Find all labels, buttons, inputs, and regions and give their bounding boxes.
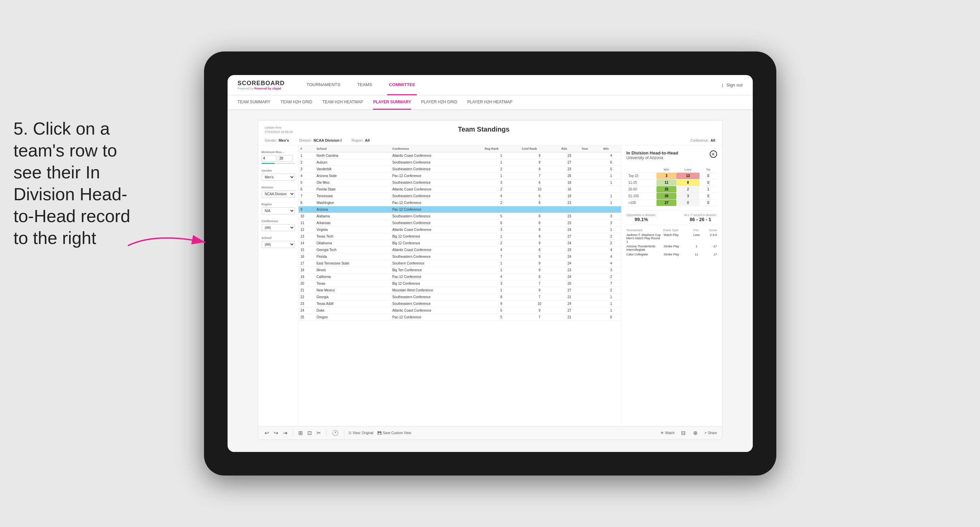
table-row[interactable]: 24 Duke Atlantic Coast Conference 5 9 27…: [299, 307, 621, 314]
min-rounds-input1[interactable]: [262, 155, 277, 162]
h2h-row: >100 27 0 0: [627, 200, 717, 206]
table-row[interactable]: 22 Georgia Southeastern Conference 8 7 2…: [299, 294, 621, 300]
tab-team-summary[interactable]: TEAM SUMMARY: [238, 95, 270, 110]
table-row[interactable]: 13 Texas Tech Big 12 Conference 1 9 27 2: [299, 233, 621, 240]
cell-conf-rank: 8: [520, 213, 560, 220]
table-row[interactable]: 14 Oklahoma Big 12 Conference 2 9 24 2: [299, 240, 621, 247]
nav-committee[interactable]: COMMITTEE: [387, 75, 417, 95]
division-select[interactable]: NCAA Division I: [262, 190, 295, 198]
table-row[interactable]: 12 Virginia Atlantic Coast Conference 3 …: [299, 227, 621, 233]
tab-team-h2h-grid[interactable]: TEAM H2H GRID: [280, 95, 312, 110]
cell-school: Arkansas: [315, 220, 390, 227]
panel-header: Update time: 27/03/2024 16:56:26 Team St…: [258, 121, 722, 136]
cell-rank: 17: [299, 260, 315, 267]
cell-win: [601, 206, 621, 213]
cell-reg-rank: 6: [482, 220, 519, 227]
table-row[interactable]: 23 Texas A&M Southeastern Conference 9 1…: [299, 300, 621, 307]
table-row[interactable]: 11 Arkansas Southeastern Conference 6 8 …: [299, 220, 621, 227]
tab-player-h2h-grid[interactable]: PLAYER H2H GRID: [421, 95, 457, 110]
min-rounds-input2[interactable]: [278, 155, 293, 162]
cell-rank: 3: [299, 166, 315, 173]
cell-conf-rank: [520, 206, 560, 213]
copy-button[interactable]: ⊞: [297, 429, 304, 437]
table-row[interactable]: 16 Florida Southeastern Conference 7 9 2…: [299, 253, 621, 260]
h2h-opponents: Opponents in division: 99.1%: [627, 213, 657, 222]
h2h-row: 26-50 25 2 1: [627, 186, 717, 193]
cell-rank: 9: [299, 206, 315, 213]
h2h-row-win: 11: [657, 179, 676, 186]
school-select[interactable]: (All): [262, 241, 295, 248]
cell-conf-rank: 9: [520, 307, 560, 314]
tab-player-summary[interactable]: PLAYER SUMMARY: [373, 95, 411, 110]
gender-select[interactable]: Men's: [262, 174, 295, 181]
save-custom-view-button[interactable]: 💾 Save Custom View: [377, 431, 411, 435]
print-button[interactable]: ⊟: [680, 429, 687, 437]
h2h-title: In Division Head-to-Head: [627, 151, 678, 156]
table-row[interactable]: 4 Arizona State Pac-12 Conference 1 7 26…: [299, 173, 621, 179]
table-row[interactable]: 25 Oregon Pac-12 Conference 5 7 21 0: [299, 314, 621, 321]
paste-button[interactable]: ⊡: [306, 429, 313, 437]
table-row[interactable]: 19 California Pac-12 Conference 4 8 24 2: [299, 274, 621, 280]
share-button[interactable]: ↗ Share: [704, 429, 717, 437]
cell-conference: Big 12 Conference: [390, 233, 482, 240]
tab-player-h2h-heatmap[interactable]: PLAYER H2H HEATMAP: [467, 95, 512, 110]
table-row[interactable]: 3 Vanderbilt Southeastern Conference 2 8…: [299, 166, 621, 173]
table-row[interactable]: 10 Alabama Southeastern Conference 5 8 2…: [299, 213, 621, 220]
h2h-row-win: 20: [657, 193, 676, 200]
nav-tournaments[interactable]: TOURNAMENTS: [305, 75, 342, 95]
h2h-row-loss: 3: [676, 193, 700, 200]
table-row[interactable]: 15 Georgia Tech Atlantic Coast Conferenc…: [299, 247, 621, 253]
tournament-row: Jackson T. Stephens Cup Men's Match Play…: [627, 233, 717, 243]
undo-button[interactable]: ↩: [263, 429, 270, 437]
h2h-col-label: [627, 167, 657, 173]
cell-win: 1: [601, 179, 621, 186]
table-row[interactable]: 2 Auburn Southeastern Conference 1 9 27 …: [299, 159, 621, 166]
settings-button[interactable]: ⊕: [692, 429, 699, 437]
cell-win: 1: [601, 227, 621, 233]
cell-rank: 12: [299, 227, 315, 233]
cut-button[interactable]: ✂: [315, 429, 322, 437]
cell-rds: 21: [559, 314, 579, 321]
region-select[interactable]: N/A: [262, 207, 295, 214]
tournament-name: Cabo Collegiate: [627, 253, 662, 256]
clock-button[interactable]: 🕐: [331, 429, 340, 437]
toolbar-tools: ⊞ ⊡ ✂: [297, 429, 322, 437]
cell-conference: Southeastern Conference: [390, 220, 482, 227]
cell-reg-rank: 3: [482, 280, 519, 287]
cell-conf-rank: 9: [520, 260, 560, 267]
forward-button[interactable]: ⇥: [282, 429, 288, 437]
tournament-score: -17: [703, 244, 717, 248]
table-row[interactable]: 6 Florida State Atlantic Coast Conferenc…: [299, 186, 621, 193]
redo-button[interactable]: ↪: [272, 429, 279, 437]
watch-button[interactable]: 👁 Watch: [660, 429, 675, 437]
cell-win: 6: [601, 159, 621, 166]
table-row[interactable]: 20 Texas Big 12 Conference 3 7 20 7: [299, 280, 621, 287]
col-rank: #: [299, 145, 315, 152]
table-row[interactable]: 7 Tennessee Southeastern Conference 4 6 …: [299, 193, 621, 200]
cell-tour: [579, 274, 601, 280]
tab-team-h2h-heatmap[interactable]: TEAM H2H HEATMAP: [322, 95, 363, 110]
view-original-button[interactable]: ☷ View: Original: [348, 431, 374, 435]
cell-tour: [579, 213, 601, 220]
table-row[interactable]: 1 North Carolina Atlantic Coast Conferen…: [299, 152, 621, 159]
cell-tour: [579, 179, 601, 186]
nav-teams[interactable]: TEAMS: [355, 75, 374, 95]
cell-tour: [579, 287, 601, 294]
table-row[interactable]: 17 East Tennessee State Southern Confere…: [299, 260, 621, 267]
cell-school: Florida State: [315, 186, 390, 193]
conference-select[interactable]: (All): [262, 224, 295, 231]
h2h-close-button[interactable]: ✕: [710, 151, 717, 158]
cell-conference: Atlantic Coast Conference: [390, 186, 482, 193]
table-row[interactable]: 9 Arizona Pac-12 Conference: [299, 206, 621, 213]
cell-tour: [579, 227, 601, 233]
h2h-row: 51-100 20 3 0: [627, 193, 717, 200]
table-row[interactable]: 8 Washington Pac-12 Conference 2 8 23 1: [299, 200, 621, 206]
h2h-row-label: 11-25: [627, 179, 657, 186]
cell-school: Vanderbilt: [315, 166, 390, 173]
table-row[interactable]: 21 New Mexico Mountain West Conference 1…: [299, 287, 621, 294]
sign-out-link[interactable]: Sign out: [727, 83, 743, 87]
outer-background: 5. Click on a team's row to see their In…: [0, 0, 980, 527]
table-row[interactable]: 5 Ole Miss Southeastern Conference 3 6 1…: [299, 179, 621, 186]
cell-tour: [579, 294, 601, 300]
table-row[interactable]: 18 Illinois Big Ten Conference 1 9 23 3: [299, 267, 621, 274]
